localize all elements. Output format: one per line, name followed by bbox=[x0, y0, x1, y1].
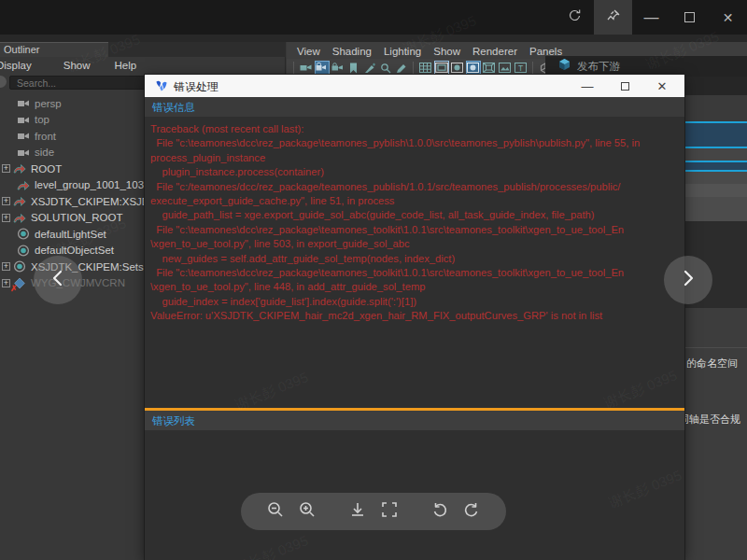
zoom-out-icon bbox=[266, 500, 285, 523]
panel-divider bbox=[684, 347, 747, 348]
camera-icon[interactable] bbox=[299, 61, 314, 76]
traceback-line: process_plugin_instance bbox=[150, 151, 681, 165]
list-row[interactable] bbox=[684, 148, 747, 161]
error-list-label: 错误列表 bbox=[152, 414, 195, 428]
traceback-line: \xgen_to_ue_tool.py", line 448, in add_a… bbox=[150, 280, 681, 294]
outliner-item-label: side bbox=[35, 147, 54, 158]
close-button[interactable]: ✕ bbox=[709, 0, 747, 35]
viewport-menu-renderer[interactable]: Renderer bbox=[472, 46, 517, 57]
dialog-close-button[interactable]: ✕ bbox=[647, 75, 677, 97]
list-row[interactable] bbox=[684, 172, 747, 184]
publish-tool-header: 发布下游 bbox=[545, 56, 747, 77]
maximize-icon bbox=[621, 82, 629, 91]
close-icon: ✕ bbox=[657, 79, 668, 93]
rotate-left-button[interactable] bbox=[430, 501, 450, 522]
expand-icon[interactable]: + bbox=[2, 279, 10, 287]
fullscreen-button[interactable] bbox=[379, 501, 400, 522]
expand-icon[interactable]: + bbox=[2, 164, 10, 173]
list-row[interactable] bbox=[684, 197, 747, 221]
minimize-button[interactable]: — bbox=[632, 0, 670, 35]
list-row-selected[interactable] bbox=[684, 161, 747, 172]
camera-icon bbox=[17, 114, 30, 126]
publish-panel-strip bbox=[684, 77, 747, 95]
paint-brush-icon[interactable] bbox=[362, 61, 377, 76]
expand-icon[interactable]: + bbox=[2, 262, 10, 271]
shaded-display-icon[interactable] bbox=[450, 61, 465, 76]
close-icon: ✕ bbox=[723, 10, 734, 25]
image-plane-icon[interactable] bbox=[498, 61, 513, 76]
set-icon bbox=[17, 245, 30, 257]
menu-display[interactable]: Display bbox=[0, 60, 34, 71]
download-button[interactable] bbox=[347, 501, 368, 522]
camera-icon bbox=[17, 147, 30, 159]
viewport-menu-show[interactable]: Show bbox=[433, 46, 460, 57]
traceback-line: guide_index = index['guide_list'].index(… bbox=[150, 295, 681, 309]
refresh-button[interactable] bbox=[556, 0, 594, 35]
diamond-icon: ✗ bbox=[13, 277, 26, 289]
pin-icon bbox=[606, 8, 621, 27]
fullscreen-icon bbox=[380, 500, 399, 523]
titlebar-divider bbox=[0, 35, 747, 42]
screen: — ✕ Outliner Display Show Help persptopf… bbox=[0, 0, 747, 560]
toolbar-separator bbox=[293, 62, 294, 74]
outliner-item-label: level_group_1001_1035 bbox=[35, 179, 149, 190]
publish-check-panel-remnant: 的命名空间 同轴是否合规 bbox=[684, 308, 747, 560]
error-info-label: 错误信息 bbox=[152, 101, 195, 115]
traceback-line: execute_export_guide_cache.py", line 51,… bbox=[150, 194, 681, 208]
transform-icon bbox=[13, 162, 26, 175]
zoom-out-button[interactable] bbox=[265, 501, 286, 522]
rotate-right-button[interactable] bbox=[461, 501, 482, 522]
outliner-item-label: top bbox=[35, 114, 49, 125]
traceback-line: new_guides = self.add_attr_guide_sol_tem… bbox=[150, 252, 681, 266]
gate-mask-icon[interactable] bbox=[482, 61, 497, 76]
toolbar-separator bbox=[532, 62, 533, 74]
filter-icon[interactable] bbox=[0, 76, 7, 88]
list-row[interactable] bbox=[684, 95, 747, 121]
dialog-body: 错误信息 Traceback (most recent call last): … bbox=[145, 97, 684, 560]
traceback-text: Traceback (most recent call last): File … bbox=[150, 122, 681, 324]
traceback-line: plugin_instance.process(container) bbox=[150, 165, 681, 179]
grease-pencil-icon[interactable] bbox=[394, 61, 409, 76]
expand-icon[interactable]: + bbox=[2, 197, 10, 205]
tab-outliner[interactable]: Outliner bbox=[0, 42, 108, 57]
camera-icon bbox=[17, 97, 30, 109]
next-image-button[interactable] bbox=[664, 256, 712, 304]
text-hud-icon[interactable]: T bbox=[514, 61, 529, 76]
prev-image-button[interactable] bbox=[34, 256, 82, 304]
viewport-menu-lighting[interactable]: Lighting bbox=[384, 46, 421, 57]
camera-lock-icon[interactable] bbox=[315, 61, 330, 76]
film-gate-icon[interactable] bbox=[434, 61, 449, 76]
toolbar-separator bbox=[413, 62, 414, 74]
viewport-menu-shading[interactable]: Shading bbox=[332, 46, 372, 57]
prev-arrow-icon bbox=[49, 269, 67, 291]
maximize-button[interactable] bbox=[670, 0, 709, 35]
outliner-item-label: SOLUTION_ROOT bbox=[31, 212, 122, 223]
dialog-title: 错误处理 bbox=[174, 79, 218, 95]
traceback-line: ValueError: u'XSJDTK_CKIPEM_hair_mc2d_xg… bbox=[150, 309, 681, 323]
camera-icon bbox=[17, 130, 30, 142]
menu-help[interactable]: Help bbox=[113, 60, 139, 71]
list-row-selected[interactable] bbox=[684, 121, 747, 148]
textured-display-icon[interactable] bbox=[466, 61, 481, 76]
traceback-line: File "c:\teamones\dcc\rez_package\teamon… bbox=[150, 266, 681, 280]
check-item-text: 的命名空间 bbox=[686, 357, 738, 371]
error-info-section-header: 错误信息 bbox=[145, 97, 684, 117]
expand-icon[interactable]: + bbox=[2, 214, 10, 222]
minimize-icon: — bbox=[644, 9, 659, 26]
dialog-minimize-button[interactable]: — bbox=[572, 75, 602, 97]
dialog-maximize-button[interactable] bbox=[610, 75, 640, 97]
bookmark-icon[interactable] bbox=[346, 61, 361, 76]
menu-show[interactable]: Show bbox=[62, 60, 92, 71]
svg-text:T: T bbox=[518, 63, 523, 73]
camera-gear-icon[interactable] bbox=[331, 61, 345, 76]
viewport-menu-view[interactable]: View bbox=[297, 46, 320, 57]
list-row[interactable] bbox=[684, 184, 747, 197]
outliner-item-label: front bbox=[35, 131, 56, 142]
grid-icon[interactable] bbox=[418, 61, 433, 76]
app-titlebar: — ✕ bbox=[0, 0, 747, 35]
zoom-in-button[interactable] bbox=[297, 501, 317, 522]
pin-button[interactable] bbox=[594, 0, 632, 35]
traceback-line: guide_path_list = xge.export_guide_sol_a… bbox=[150, 208, 681, 222]
pan-zoom-icon[interactable] bbox=[378, 61, 393, 76]
dialog-titlebar[interactable]: 错误处理 — ✕ bbox=[145, 75, 684, 97]
